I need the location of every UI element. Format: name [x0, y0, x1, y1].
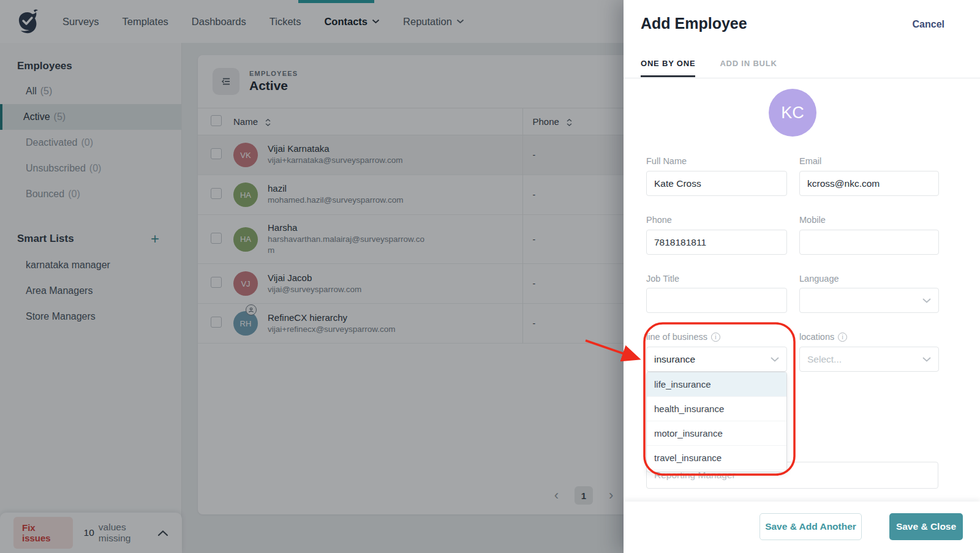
line-of-business-label: line of business i — [646, 332, 720, 342]
job-title-field[interactable] — [646, 288, 787, 313]
employee-initials-avatar: KC — [769, 89, 816, 137]
full-name-label: Full Name — [646, 156, 687, 166]
chevron-down-icon — [922, 357, 931, 362]
save-and-add-another-button[interactable]: Save & Add Another — [760, 513, 862, 540]
tab-one-by-one[interactable]: ONE BY ONE — [641, 59, 695, 77]
email-field[interactable] — [799, 171, 939, 196]
option-travel-insurance[interactable]: travel_insurance — [647, 446, 786, 470]
info-icon: i — [711, 333, 720, 342]
phone-field[interactable] — [646, 230, 787, 255]
tabs-divider — [624, 78, 980, 78]
modal-title: Add Employee — [641, 15, 747, 32]
option-health-insurance[interactable]: health_insurance — [647, 397, 786, 421]
tab-add-in-bulk[interactable]: ADD IN BULK — [720, 59, 777, 77]
mobile-field[interactable] — [799, 230, 939, 255]
full-name-field[interactable] — [646, 171, 787, 196]
email-label: Email — [799, 156, 939, 166]
locations-select[interactable]: Select... — [799, 347, 939, 372]
job-title-label: Job Title — [646, 274, 679, 284]
add-employee-modal: Add Employee Cancel ONE BY ONE ADD IN BU… — [624, 0, 980, 553]
save-and-close-button[interactable]: Save & Close — [889, 513, 963, 540]
line-of-business-select[interactable]: insurance — [646, 347, 787, 372]
option-life-insurance[interactable]: life_insurance — [647, 372, 786, 397]
phone-label: Phone — [646, 215, 672, 225]
info-icon: i — [838, 333, 847, 342]
chevron-down-icon — [922, 298, 931, 303]
language-label: Language — [799, 274, 939, 284]
mobile-label: Mobile — [799, 215, 939, 225]
modal-footer: Save & Add Another Save & Close — [624, 502, 980, 553]
cancel-button[interactable]: Cancel — [913, 19, 944, 30]
line-of-business-options: life_insurance health_insurance motor_in… — [646, 372, 787, 472]
option-motor-insurance[interactable]: motor_insurance — [647, 421, 786, 446]
locations-label: locations i — [799, 332, 939, 342]
modal-tabs: ONE BY ONE ADD IN BULK — [641, 59, 777, 77]
chevron-down-icon — [771, 357, 779, 362]
language-select[interactable] — [799, 288, 939, 313]
